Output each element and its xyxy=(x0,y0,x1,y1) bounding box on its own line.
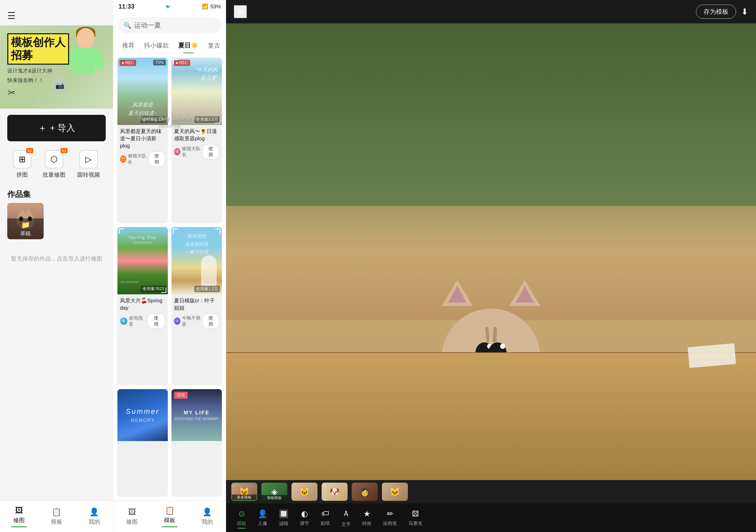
tool-tab-text[interactable]: Ａ 文字 xyxy=(336,508,357,527)
sticker-girl[interactable]: 👩 xyxy=(352,483,378,501)
template-card-3[interactable]: Spring Day Valentines my summer 使用量7623 … xyxy=(118,227,168,386)
card4-image: 告诉你把这首歌的风一夏天的风 使用量1.0万 xyxy=(172,227,222,294)
mosaic-tool-icon: ⚄ xyxy=(412,509,419,518)
panel3-editor: ✕ 存为模板 ⬇ xyxy=(226,0,756,532)
card1-use-button[interactable]: 使用 xyxy=(148,151,166,167)
tool-round-video[interactable]: ▷ 圆转视频 xyxy=(77,150,100,179)
card1-title: 风里都是夏天的味道〜夏日小清新plog xyxy=(120,127,165,149)
card5-memory-text: MEMORY xyxy=(131,418,155,423)
battery-icon: 53% xyxy=(210,4,221,10)
tab-trending[interactable]: 抖小爆款 xyxy=(139,38,174,53)
editor-top-actions: 存为模板 ⬇ xyxy=(696,5,748,19)
p2-nav-mine[interactable]: 👤 我的 xyxy=(188,507,226,526)
card3-use-button[interactable]: 使用 xyxy=(147,313,165,329)
template-card-4[interactable]: 告诉你把这首歌的风一夏天的风 使用量1.0万 夏日模版cr：叶子姐姐 今 今晚不… xyxy=(172,227,222,386)
batch-edit-try-badge: try xyxy=(61,148,68,153)
import-button[interactable]: ＋ + 导入 xyxy=(7,115,106,141)
girl-img: 👩 xyxy=(352,483,378,501)
nav-mine[interactable]: 👤 我的 xyxy=(75,507,113,526)
tool-tab-filter[interactable]: 🔲 滤镜 xyxy=(273,509,294,526)
sticker-dog[interactable]: 🐶 xyxy=(322,483,348,501)
card2-image: ● REC "今天的风是几度" 使用量3.5万 xyxy=(172,58,222,125)
sticker-cat3[interactable]: 🐱 xyxy=(382,483,408,501)
tool-tab-template[interactable]: ⊙ 模板 xyxy=(231,509,252,526)
panel1-header: ☰ xyxy=(0,0,113,25)
card3-frame-tl xyxy=(119,228,124,234)
wifi-icon: 📶 xyxy=(202,3,208,10)
tool-tab-effects[interactable]: ★ 特效 xyxy=(357,509,377,526)
editor-top-bar: ✕ 存为模板 ⬇ xyxy=(226,0,756,23)
mine-nav-icon: 👤 xyxy=(89,507,99,517)
card3-title: 风景大片🍒Spring day xyxy=(120,297,165,311)
adjust-tool-label: 调节 xyxy=(300,520,309,526)
template-card-6[interactable]: 活动 MY LIFE ENJOYING THE MOMENT xyxy=(172,389,222,497)
sticker-smart-template[interactable]: ◈ 智能模板 xyxy=(261,483,287,501)
p2-nav-edit[interactable]: 🖼 修图 xyxy=(113,508,151,526)
card3-author-watermark: my summer xyxy=(120,280,139,284)
portfolio-draft[interactable]: 📁 草稿 xyxy=(7,203,44,239)
card4-use-button[interactable]: 使用 xyxy=(202,313,220,329)
panel1-bottom-nav: 🖼 修图 📋 模板 👤 我的 xyxy=(0,501,113,532)
card1-info: 风里都是夏天的味道〜夏日小清新plog 🐱 偷猫大队长 使用 xyxy=(118,125,168,168)
card4-author: 今 今晚不熬夜 xyxy=(174,315,202,327)
tool-tab-sticker[interactable]: 🏷 贴纸 xyxy=(315,509,336,526)
tool-tab-doodle[interactable]: ✏ 涂鸦笔 xyxy=(377,509,403,526)
close-editor-button[interactable]: ✕ xyxy=(234,5,247,18)
search-input[interactable]: 运动一夏 xyxy=(134,21,161,30)
template-nav-icon: 📋 xyxy=(52,507,61,517)
card2-use-button[interactable]: 使用 xyxy=(202,144,220,159)
mine-nav-label: 我的 xyxy=(89,518,100,526)
sticker-more-templates[interactable]: 🐱 更多模板 xyxy=(231,483,257,501)
effects-tool-label: 特效 xyxy=(362,520,371,526)
tab-vintage[interactable]: 复古 xyxy=(203,38,225,53)
card4-meta: 今 今晚不熬夜 使用 xyxy=(174,313,219,329)
figure-torso xyxy=(74,47,95,73)
batch-edit-label: 批量修图 xyxy=(42,171,66,179)
download-button[interactable]: ⬇ xyxy=(741,7,748,16)
bg-green xyxy=(226,23,756,206)
tab-recommended[interactable]: 推荐 xyxy=(118,38,139,53)
tool-tab-adjust[interactable]: ◐ 调节 xyxy=(294,509,315,526)
dog-img: 🐶 xyxy=(322,483,348,501)
p2-nav-template[interactable]: 📋 模板 xyxy=(151,506,189,527)
tool-tab-portrait[interactable]: 👤 人像 xyxy=(252,509,273,526)
save-template-button[interactable]: 存为模板 xyxy=(696,5,736,19)
editor-main-image xyxy=(226,23,756,480)
status-time: 11:33 xyxy=(119,3,134,10)
search-bar[interactable]: 🔍 运动一夏 xyxy=(119,17,221,34)
card2-overlay-text: "今天的风是几度" xyxy=(195,66,218,82)
nav-template[interactable]: 📋 模板 xyxy=(38,507,75,526)
hamburger-icon[interactable]: ☰ xyxy=(7,11,15,21)
p2-edit-nav-label: 修图 xyxy=(126,518,138,526)
p2-template-nav-indicator xyxy=(162,526,177,527)
editor-bottom-toolbar: ⊙ 模板 👤 人像 🔲 滤镜 ◐ 调节 🏷 贴纸 Ａ 文字 ★ 特效 ✏ xyxy=(226,503,756,532)
round-video-icon: ▷ xyxy=(79,150,98,168)
p2-mine-nav-icon: 👤 xyxy=(202,507,212,517)
cat-ear-inner-right xyxy=(516,286,534,303)
tab-summer[interactable]: 夏日☀️ xyxy=(174,38,203,53)
sticker-cat2[interactable]: 🐱 xyxy=(291,483,317,501)
doodle-tool-label: 涂鸦笔 xyxy=(383,520,397,526)
category-tabs: 推荐 抖小爆款 夏日☀️ 复古 美食 自拍 封面模板 xyxy=(113,38,226,54)
sticker-tool-icon: 🏷 xyxy=(321,509,329,518)
tool-collage[interactable]: ⊞ 拼图 try xyxy=(13,150,31,179)
card2-frame-tl xyxy=(173,59,178,65)
template-card-2[interactable]: ● REC "今天的风是几度" 使用量3.5万 夏天的风〜🌻日漫感取景器plog… xyxy=(172,58,222,224)
edit-nav-indicator xyxy=(11,526,27,527)
portfolio-grid: 📁 草稿 xyxy=(0,203,113,239)
card4-figure xyxy=(201,255,217,286)
template-card-5[interactable]: Summer MEMORY xyxy=(118,389,168,497)
tool-tab-mosaic[interactable]: ⚄ 马赛克 xyxy=(403,509,428,526)
card1-overlay-text: 风里都是夏天的味道~ xyxy=(118,100,168,117)
card6-activity-badge: 活动 xyxy=(174,392,188,399)
panel2-templates: 11:33 🐦 📶 53% 🔍 运动一夏 推荐 抖小爆款 夏日☀️ 复古 美食 … xyxy=(113,0,226,532)
template-card-1[interactable]: ● REC 75% 风里都是夏天的味道~ 使用量5.1万 风里都是夏天的味道〜夏… xyxy=(118,58,168,224)
cat2-img: 🐱 xyxy=(291,483,317,501)
template-grid: ● REC 75% 风里都是夏天的味道~ 使用量5.1万 风里都是夏天的味道〜夏… xyxy=(113,54,226,501)
tool-batch-edit[interactable]: ⬡ 批量修图 try xyxy=(42,150,66,179)
card5-summer-text: Summer xyxy=(126,407,159,415)
nav-edit[interactable]: 🖼 修图 xyxy=(0,506,38,527)
template-tool-icon: ⊙ xyxy=(238,509,245,518)
card2-author: 猫 偷猫大队长 xyxy=(174,146,202,158)
filter-tool-label: 滤镜 xyxy=(279,520,288,526)
